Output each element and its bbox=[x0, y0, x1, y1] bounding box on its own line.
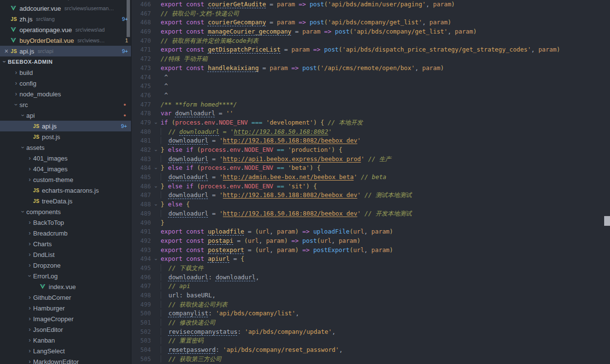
tree-item-components[interactable]: ›components bbox=[0, 206, 131, 217]
code-line[interactable]: 466export const courierGetAudite = param… bbox=[131, 0, 610, 9]
code-line[interactable]: 478var downloadurl = '' bbox=[131, 109, 610, 118]
tree-item-node_modules[interactable]: ›node_modules bbox=[0, 89, 131, 99]
code-line[interactable]: 473export const handlekaixiang = param =… bbox=[131, 64, 610, 73]
fold-slot bbox=[151, 136, 161, 146]
code-line[interactable]: 493export const postexport = (url, param… bbox=[131, 246, 610, 255]
tree-item-JsonEditor[interactable]: ›JsonEditor bbox=[0, 324, 131, 335]
tree-item-Breadcrumb[interactable]: ›Breadcrumb bbox=[0, 228, 131, 238]
code-line[interactable]: 495 // 下载文件 bbox=[131, 264, 610, 273]
js-icon: JS bbox=[11, 17, 19, 22]
tree-item-ErrorLog[interactable]: ›ErrorLog bbox=[0, 271, 131, 281]
chevron-right-icon: › bbox=[26, 155, 33, 162]
chevron-down-icon: › bbox=[19, 112, 26, 119]
tree-item-GithubCorner[interactable]: ›GithubCorner bbox=[0, 292, 131, 303]
open-editors: e.vuesrc\views\adpaceaddcourier.vuesrc\v… bbox=[0, 0, 131, 56]
tree-item-Dropzone[interactable]: ›Dropzone bbox=[0, 260, 131, 271]
fold-slot bbox=[151, 237, 161, 246]
chevron-right-icon: › bbox=[26, 347, 33, 354]
sidebar-scrollbar[interactable] bbox=[127, 0, 130, 37]
open-editor-item[interactable]: addcourier.vuesrc\views\userman… bbox=[0, 3, 131, 14]
code-line[interactable]: 489 downloadurl = 'http://192.168.50.168… bbox=[131, 209, 610, 218]
code-line[interactable]: 502 revisecompanystatus: 'api/bds/compan… bbox=[131, 328, 610, 337]
code-line[interactable]: 497 // api bbox=[131, 282, 610, 291]
tree-item-LangSelect[interactable]: ›LangSelect bbox=[0, 346, 131, 356]
code-line[interactable]: 501 // 修改快递公司 bbox=[131, 318, 610, 328]
code-line[interactable]: 477/** **form homed****/ bbox=[131, 100, 610, 109]
code-line[interactable]: 500 companylist: 'api/bds/company/list', bbox=[131, 309, 610, 318]
line-number: 490 bbox=[131, 218, 151, 228]
code-line[interactable]: 483 downloadurl = 'http://api1.beebox.ex… bbox=[131, 155, 610, 164]
code-line[interactable]: 494›export const apiurl = { bbox=[131, 255, 610, 264]
fold-icon[interactable]: › bbox=[151, 146, 161, 155]
open-editor-item[interactable]: buyOrderDetail.vuesrc\views…1 bbox=[0, 35, 131, 46]
code-line[interactable]: 505 // 获取第三方公司 bbox=[131, 355, 610, 364]
file-tree: ›build›config›node_modules›src●›api●JSap… bbox=[0, 67, 131, 364]
project-section-header[interactable]: › BEEBOX-ADMIN bbox=[0, 56, 131, 67]
code-line[interactable]: 481 downloadurl = 'http://192.168.50.168… bbox=[131, 136, 610, 146]
code-line[interactable]: 468export const courierGecompany = param… bbox=[131, 18, 610, 27]
fold-icon[interactable]: › bbox=[151, 200, 161, 209]
code-line[interactable]: 486›} else if (process.env.NODE_ENV == '… bbox=[131, 182, 610, 191]
code-line[interactable]: 482›} else if (process.env.NODE_ENV == '… bbox=[131, 146, 610, 155]
code-line[interactable]: 475 ^ bbox=[131, 82, 610, 91]
tree-item-label: post.js bbox=[42, 133, 60, 141]
code-line[interactable]: 498 url: baseURL, bbox=[131, 291, 610, 300]
code-line[interactable]: 496 downloadurl: downloadurl, bbox=[131, 273, 610, 282]
tree-item-src[interactable]: ›src● bbox=[0, 99, 131, 110]
open-editor-item[interactable]: JSzh.jssrc\lang9+ bbox=[0, 14, 131, 24]
editor-scrollbar-thumb[interactable] bbox=[604, 216, 610, 226]
code-line[interactable]: 476 ^ bbox=[131, 91, 610, 100]
code-line[interactable]: 490} bbox=[131, 218, 610, 228]
fold-icon[interactable]: › bbox=[151, 255, 161, 264]
open-editor-item[interactable]: operationpage.vuesrc\views\ad bbox=[0, 24, 131, 35]
tree-item-echarts-macarons.js[interactable]: JSecharts-macarons.js bbox=[0, 185, 131, 196]
code-line[interactable]: 491export const uploadfile = (url, param… bbox=[131, 227, 610, 237]
tree-item-BackToTop[interactable]: ›BackToTop bbox=[0, 217, 131, 228]
vue-icon bbox=[40, 284, 49, 289]
code-line[interactable]: 499 // 获取快递公司列表 bbox=[131, 300, 610, 309]
tree-item-Kanban[interactable]: ›Kanban bbox=[0, 335, 131, 346]
tree-item-build[interactable]: ›build bbox=[0, 67, 131, 78]
code-line[interactable]: 467// 获取公司-文档-快递公司 bbox=[131, 9, 610, 18]
tree-item-MarkdownEditor[interactable]: ›MarkdownEditor bbox=[0, 356, 131, 364]
tree-item-post.js[interactable]: JSpost.js bbox=[0, 131, 131, 142]
tree-item-Charts[interactable]: ›Charts bbox=[0, 238, 131, 249]
tree-item-treeData.js[interactable]: JStreeData.js bbox=[0, 196, 131, 206]
code-line[interactable]: 484›} else if (process.env.NODE_ENV == '… bbox=[131, 164, 610, 173]
tree-item-401_images[interactable]: ›401_images bbox=[0, 153, 131, 164]
tree-item-404_images[interactable]: ›404_images bbox=[0, 164, 131, 174]
problems-badge: 9+ bbox=[118, 123, 127, 129]
code-line[interactable]: 485 downloadurl = 'http://admin.bee-box.… bbox=[131, 173, 610, 182]
code-line[interactable]: 480 // downloadurl = 'http://192.168.50.… bbox=[131, 127, 610, 137]
tree-item-api.js[interactable]: JSapi.js9+ bbox=[0, 121, 131, 131]
tree-item-api[interactable]: ›api● bbox=[0, 110, 131, 121]
chevron-right-icon: › bbox=[26, 219, 33, 226]
code-line[interactable]: 472//特殊 手动开箱 bbox=[131, 55, 610, 64]
fold-slot bbox=[151, 300, 161, 309]
chevron-right-icon: › bbox=[26, 337, 33, 344]
fold-icon[interactable]: › bbox=[151, 182, 161, 191]
open-editor-item[interactable]: ×JSapi.jssrc\api9+ bbox=[0, 46, 131, 56]
close-icon[interactable]: × bbox=[2, 46, 11, 56]
file-name: api.js bbox=[19, 48, 34, 55]
code-line[interactable]: 488›} else { bbox=[131, 200, 610, 209]
tree-item-custom-theme[interactable]: ›custom-theme bbox=[0, 174, 131, 185]
code-line[interactable]: 492export const postapi = (url, param) =… bbox=[131, 237, 610, 246]
tree-item-ImageCropper[interactable]: ›ImageCropper bbox=[0, 313, 131, 324]
code-line[interactable]: 471export const getDispatchPriceList = p… bbox=[131, 45, 610, 55]
code-line[interactable]: 470// 获取所有派件定价策略code列表 bbox=[131, 36, 610, 46]
tree-item-label: Dropzone bbox=[33, 262, 60, 269]
tree-item-index.vue[interactable]: index.vue bbox=[0, 281, 131, 292]
tree-item-config[interactable]: ›config bbox=[0, 78, 131, 89]
code-line[interactable]: 504 resetpassword: 'api/bds/company/rese… bbox=[131, 346, 610, 355]
code-line[interactable]: 487 downloadurl = 'http://192.168.50.188… bbox=[131, 191, 610, 200]
tree-item-DndList[interactable]: ›DndList bbox=[0, 249, 131, 260]
code-line[interactable]: 474 ^ bbox=[131, 73, 610, 82]
tree-item-assets[interactable]: ›assets bbox=[0, 142, 131, 153]
tree-item-Hamburger[interactable]: ›Hamburger bbox=[0, 303, 131, 313]
code-line[interactable]: 479›if (process.env.NODE_ENV === 'develo… bbox=[131, 118, 610, 127]
code-line[interactable]: 503 // 重置密码 bbox=[131, 336, 610, 346]
code-line[interactable]: 469export const manageCourier_gecompany … bbox=[131, 27, 610, 36]
fold-icon[interactable]: › bbox=[151, 164, 161, 173]
fold-icon[interactable]: › bbox=[151, 118, 161, 127]
